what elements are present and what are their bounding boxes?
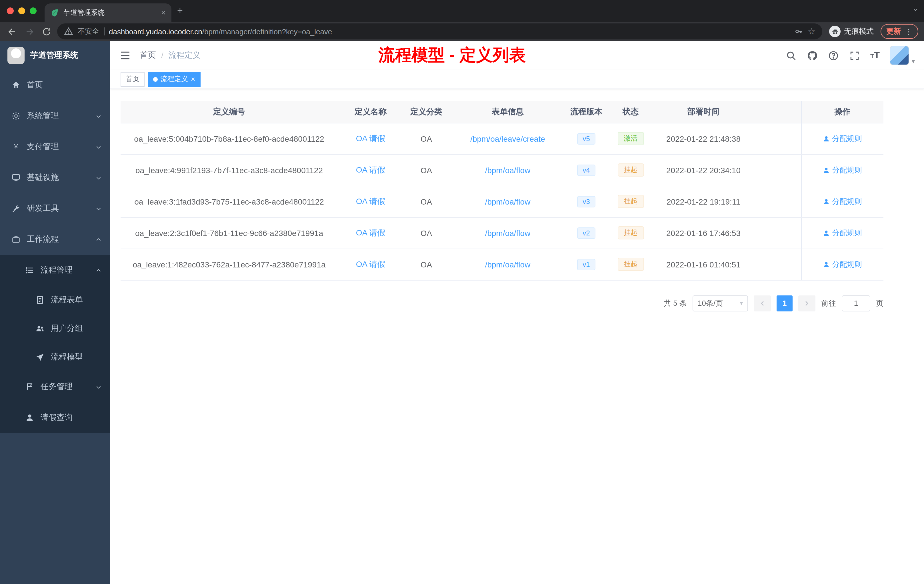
select-caret-icon: ▾ xyxy=(740,300,743,306)
definition-name-link[interactable]: OA 请假 xyxy=(356,259,385,268)
status-badge: 挂起 xyxy=(617,226,644,239)
pagination: 共 5 条 10条/页 ▾ 1 前往 页 xyxy=(120,295,883,311)
table-row: oa_leave:4:991f2193-7b7f-11ec-a3c8-acde4… xyxy=(120,154,883,186)
sidebar-item-workflow[interactable]: 工作流程 xyxy=(0,224,110,255)
assign-rule-link[interactable]: 分配规则 xyxy=(823,259,862,269)
tags-view-bar: 首页 流程定义 × xyxy=(110,70,924,89)
cell-form-info: /bpm/oa/leave/create xyxy=(449,123,566,154)
next-page-button[interactable] xyxy=(798,295,815,311)
sidebar-item-process-form[interactable]: 流程表单 xyxy=(0,286,110,314)
address-bar[interactable]: 不安全 dashboard.yudao.iocoder.cn/bpm/manag… xyxy=(57,23,822,40)
tag-process-definition[interactable]: 流程定义 × xyxy=(148,72,200,87)
sidebar-item-payment[interactable]: ¥ 支付管理 xyxy=(0,132,110,162)
definition-name-link[interactable]: OA 请假 xyxy=(356,165,385,174)
definition-name-link[interactable]: OA 请假 xyxy=(356,196,385,205)
help-icon[interactable] xyxy=(828,50,839,61)
fullscreen-icon[interactable] xyxy=(849,50,860,61)
definition-name-link[interactable]: OA 请假 xyxy=(356,228,385,237)
status-badge: 挂起 xyxy=(617,195,644,208)
sidebar-toggle-icon[interactable] xyxy=(119,50,131,61)
sidebar-item-label: 支付管理 xyxy=(27,142,59,152)
sidebar-item-leave-query[interactable]: 请假查询 xyxy=(0,402,110,433)
cell-version: v2 xyxy=(566,217,606,249)
cell-status: 挂起 xyxy=(606,186,655,217)
cell-definition-name: OA 请假 xyxy=(338,123,403,154)
tab-search-chevron-icon[interactable]: ⌄ xyxy=(912,5,918,13)
column-header: 定义名称 xyxy=(338,101,403,123)
sidebar-item-user-group[interactable]: 用户分组 xyxy=(0,314,110,343)
window-minimize-button[interactable] xyxy=(18,7,25,14)
tag-close-icon[interactable]: × xyxy=(191,75,195,83)
page-size-select[interactable]: 10条/页 ▾ xyxy=(693,295,748,311)
window-controls xyxy=(0,7,45,14)
sidebar-item-dev-tools[interactable]: 研发工具 xyxy=(0,193,110,224)
url-text: dashboard.yudao.iocoder.cn/bpm/manager/d… xyxy=(109,27,332,36)
window-close-button[interactable] xyxy=(7,7,14,14)
breadcrumb-home[interactable]: 首页 xyxy=(140,50,156,61)
sidebar-item-process-manage[interactable]: 流程管理 xyxy=(0,255,110,286)
sidebar-item-infrastructure[interactable]: 基础设施 xyxy=(0,162,110,193)
avatar[interactable] xyxy=(890,46,909,65)
new-tab-button[interactable]: + xyxy=(177,5,183,16)
assign-rule-link[interactable]: 分配规则 xyxy=(823,228,862,238)
incognito-label: 无痕模式 xyxy=(844,26,874,36)
tag-label: 流程定义 xyxy=(160,74,188,84)
reload-button[interactable] xyxy=(40,25,53,38)
back-button[interactable] xyxy=(6,25,18,38)
active-tag-dot xyxy=(153,77,158,81)
form-info-link[interactable]: /bpm/oa/flow xyxy=(485,165,531,175)
app-logo xyxy=(7,47,25,64)
tag-home[interactable]: 首页 xyxy=(120,72,145,87)
sidebar-item-process-model[interactable]: 流程模型 xyxy=(0,343,110,371)
assign-rule-link[interactable]: 分配规则 xyxy=(823,165,862,175)
window-maximize-button[interactable] xyxy=(30,7,36,14)
tag-label: 首页 xyxy=(126,74,139,84)
home-icon xyxy=(12,81,21,90)
sidebar-logo-row[interactable]: 芋道管理系统 xyxy=(0,41,110,70)
user-menu[interactable]: ▾ xyxy=(890,46,915,65)
form-info-link[interactable]: /bpm/oa/leave/create xyxy=(470,134,545,143)
prev-page-button[interactable] xyxy=(754,295,771,311)
sidebar-item-label: 请假查询 xyxy=(41,412,73,423)
version-badge: v4 xyxy=(577,164,596,176)
sidebar-item-system[interactable]: 系统管理 xyxy=(0,101,110,132)
forward-button[interactable] xyxy=(23,25,35,38)
sidebar-item-home[interactable]: 首页 xyxy=(0,70,110,101)
breadcrumb-current: 流程定义 xyxy=(168,50,201,61)
page-title: 流程模型 - 定义列表 xyxy=(378,44,526,67)
cell-filler xyxy=(752,249,801,280)
sidebar-item-task-manage[interactable]: 任务管理 xyxy=(0,371,110,402)
pagination-total: 共 5 条 xyxy=(664,298,687,308)
security-label[interactable]: 不安全 xyxy=(78,26,99,36)
browser-menu-icon[interactable]: ⋮ xyxy=(905,27,912,36)
page-number-button[interactable]: 1 xyxy=(777,295,792,311)
form-info-link[interactable]: /bpm/oa/flow xyxy=(485,228,531,238)
cell-definition-id: oa_leave:2:3c1f0ef1-76b1-11ec-9c66-a2380… xyxy=(120,217,338,249)
sidebar-item-label: 流程表单 xyxy=(51,295,83,305)
definition-name-link[interactable]: OA 请假 xyxy=(356,134,385,143)
tab-close-icon[interactable]: × xyxy=(161,8,166,17)
font-size-icon[interactable]: TT xyxy=(870,50,880,61)
goto-page-input[interactable] xyxy=(842,295,870,311)
browser-tab[interactable]: 芋道管理系统 × xyxy=(45,3,172,22)
version-badge: v1 xyxy=(577,259,596,270)
browser-update-button[interactable]: 更新 ⋮ xyxy=(881,24,918,39)
search-icon[interactable] xyxy=(786,50,797,61)
assign-rule-link[interactable]: 分配规则 xyxy=(823,134,862,144)
assign-rule-link[interactable]: 分配规则 xyxy=(823,196,862,206)
password-key-icon[interactable] xyxy=(794,27,803,36)
bookmark-star-icon[interactable]: ☆ xyxy=(808,26,815,36)
cell-deploy-time: 2022-01-22 19:19:11 xyxy=(655,186,752,217)
form-info-link[interactable]: /bpm/oa/flow xyxy=(485,260,531,269)
github-icon[interactable] xyxy=(807,50,818,61)
cell-form-info: /bpm/oa/flow xyxy=(449,217,566,249)
cell-action: 分配规则 xyxy=(801,249,883,280)
cell-deploy-time: 2022-01-22 21:48:38 xyxy=(655,123,752,154)
not-secure-warning-icon xyxy=(64,27,73,36)
table-row: oa_leave:3:1fad3d93-7b75-11ec-a3c8-acde4… xyxy=(120,186,883,217)
update-label[interactable]: 更新 xyxy=(886,26,901,36)
form-info-link[interactable]: /bpm/oa/flow xyxy=(485,197,531,206)
chevron-down-icon xyxy=(96,384,102,390)
tab-title: 芋道管理系统 xyxy=(63,8,157,17)
cell-definition-id: oa_leave:5:004b710b-7b8a-11ec-8ef0-acde4… xyxy=(120,123,338,154)
